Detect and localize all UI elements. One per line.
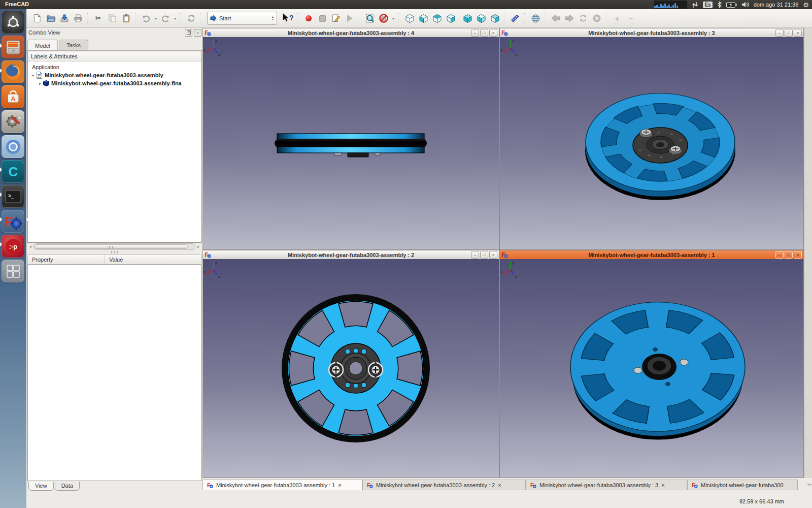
window-tab-1[interactable]: F Miniskybot-wheel-gear-futaba3003-assem… xyxy=(202,480,362,490)
save-button[interactable] xyxy=(58,11,71,25)
window-tab-4[interactable]: F Miniskybot-wheel-gear-futaba300 xyxy=(687,480,798,490)
fit-all-button[interactable] xyxy=(363,11,377,25)
restore-button[interactable]: □ xyxy=(480,251,488,259)
scrollbar-thumb[interactable] xyxy=(35,244,188,249)
viewport-iso-view[interactable]: yxz xyxy=(500,259,803,478)
macro-play-button[interactable] xyxy=(343,11,356,25)
close-button[interactable]: × xyxy=(489,251,497,259)
tab-scroll-right[interactable]: ▸ xyxy=(809,482,812,487)
window-tab-2[interactable]: F Miniskybot-wheel-gear-futaba3003-assem… xyxy=(362,480,526,490)
whats-this-button[interactable]: ? xyxy=(280,11,295,25)
dock-float-button[interactable] xyxy=(185,29,192,37)
zoom-out-button[interactable]: − xyxy=(624,11,637,25)
workbench-selector[interactable]: Start ▴▾ xyxy=(207,12,277,25)
view-front-button[interactable] xyxy=(417,11,430,25)
launcher-item-player-smiley[interactable]: :-p xyxy=(2,235,24,258)
value-column-header[interactable]: Value xyxy=(105,255,127,264)
tree-horizontal-scrollbar[interactable]: ◂ ▸ xyxy=(27,243,201,250)
cut-button[interactable]: ✂ xyxy=(92,11,105,25)
volume-icon[interactable] xyxy=(741,2,749,8)
dock-splitter[interactable] xyxy=(27,250,201,254)
measure-button[interactable] xyxy=(509,11,522,25)
battery-icon[interactable] xyxy=(726,2,737,8)
scroll-right-arrow[interactable]: ▸ xyxy=(195,244,201,249)
close-button[interactable]: × xyxy=(794,251,802,259)
tab-scroll-left[interactable]: ◂ xyxy=(807,482,809,487)
paste-button[interactable] xyxy=(119,11,132,25)
restore-button[interactable]: □ xyxy=(480,29,488,37)
window-4-titlebar[interactable]: Miniskybot-wheel-gear-futaba3003-assembl… xyxy=(203,28,499,38)
tab-close-icon[interactable]: × xyxy=(498,482,501,488)
draw-style-dropdown[interactable]: ▾ xyxy=(391,11,396,25)
new-document-button[interactable] xyxy=(30,11,44,25)
tree-item-document[interactable]: ▾ Miniskybot-wheel-gear-futaba3003-assem… xyxy=(28,71,201,79)
restore-button[interactable]: □ xyxy=(785,29,793,37)
view-top-button[interactable] xyxy=(430,11,444,25)
launcher-item-software-center[interactable]: A xyxy=(2,85,24,108)
network-updown-icon[interactable] xyxy=(692,2,698,8)
view-bottom-button[interactable] xyxy=(475,11,488,25)
launcher-item-ubuntu-dash[interactable] xyxy=(2,11,24,34)
window-1-titlebar[interactable]: Miniskybot-wheel-gear-futaba3003-assembl… xyxy=(500,250,803,260)
redo-button[interactable] xyxy=(159,11,172,25)
undo-button[interactable] xyxy=(140,11,153,25)
minimize-button[interactable]: – xyxy=(775,251,784,259)
clock[interactable]: dom ago 31 21:36 xyxy=(754,2,799,8)
minimize-button[interactable]: – xyxy=(471,251,479,259)
launcher-item-files[interactable] xyxy=(2,36,24,58)
dock-close-button[interactable]: × xyxy=(194,29,201,37)
minimize-button[interactable]: – xyxy=(775,29,784,37)
redo-dropdown[interactable]: ▾ xyxy=(173,11,178,25)
tree-root-application[interactable]: Application xyxy=(28,63,201,71)
tab-view[interactable]: View xyxy=(28,482,54,491)
tab-close-icon[interactable]: × xyxy=(338,482,341,488)
expander-closed-icon[interactable]: ▸ xyxy=(37,81,43,86)
property-table-body[interactable] xyxy=(27,265,201,481)
viewport-iso-top-view[interactable]: zyx xyxy=(500,37,803,249)
tab-model[interactable]: Model xyxy=(27,40,58,51)
nav-forward-button[interactable] xyxy=(563,11,576,25)
nav-back-button[interactable] xyxy=(549,11,562,25)
undo-dropdown[interactable]: ▾ xyxy=(153,11,158,25)
expander-open-icon[interactable]: ▾ xyxy=(30,73,36,78)
tab-data[interactable]: Data xyxy=(55,482,80,491)
tab-close-icon[interactable]: × xyxy=(661,482,664,488)
close-button[interactable]: × xyxy=(489,29,497,37)
network-monitor-icon[interactable] xyxy=(654,1,687,9)
launcher-item-chromium[interactable] xyxy=(2,135,24,158)
launcher-item-freecad[interactable]: F xyxy=(2,210,24,233)
view-axonometric-button[interactable] xyxy=(403,11,416,25)
print-button[interactable] xyxy=(72,11,85,25)
macro-edit-button[interactable] xyxy=(329,11,343,25)
web-browser-button[interactable] xyxy=(529,11,542,25)
launcher-item-workspace-switcher[interactable] xyxy=(2,260,24,282)
launcher-item-system-settings[interactable] xyxy=(2,110,24,133)
keyboard-layout-indicator[interactable]: Es xyxy=(703,2,712,8)
nav-refresh-button[interactable] xyxy=(577,11,590,25)
session-gear-icon[interactable]: ⚙ xyxy=(803,1,809,9)
draw-style-button[interactable] xyxy=(377,11,390,25)
view-rear-button[interactable] xyxy=(461,11,474,25)
window-2-titlebar[interactable]: Miniskybot-wheel-gear-futaba3003-assembl… xyxy=(203,250,499,260)
open-document-button[interactable] xyxy=(44,11,57,25)
view-right-button[interactable] xyxy=(444,11,457,25)
property-column-header[interactable]: Property xyxy=(28,255,105,264)
restore-button[interactable]: □ xyxy=(785,251,793,259)
launcher-item-terminal[interactable]: >_ xyxy=(2,185,24,208)
tab-tasks[interactable]: Tasks xyxy=(59,40,88,50)
nav-stop-button[interactable] xyxy=(590,11,603,25)
launcher-item-firefox[interactable] xyxy=(2,60,24,83)
bluetooth-icon[interactable] xyxy=(717,1,722,8)
launcher-item-c-app[interactable]: C xyxy=(2,160,24,183)
tree-item-part[interactable]: ▸ Miniskybot-wheel-gear-futaba3003-assem… xyxy=(28,79,201,87)
window-tab-3[interactable]: F Miniskybot-wheel-gear-futaba3003-assem… xyxy=(526,480,687,490)
zoom-in-button[interactable]: + xyxy=(611,11,624,25)
scroll-left-arrow[interactable]: ◂ xyxy=(27,244,33,249)
macro-record-button[interactable] xyxy=(302,11,315,25)
view-left-button[interactable] xyxy=(488,11,501,25)
refresh-button[interactable] xyxy=(185,11,198,25)
copy-button[interactable] xyxy=(106,11,119,25)
macro-stop-button[interactable] xyxy=(316,11,329,25)
viewport-side-view[interactable]: yxz xyxy=(203,37,499,249)
window-3-titlebar[interactable]: Miniskybot-wheel-gear-futaba3003-assembl… xyxy=(500,28,803,38)
